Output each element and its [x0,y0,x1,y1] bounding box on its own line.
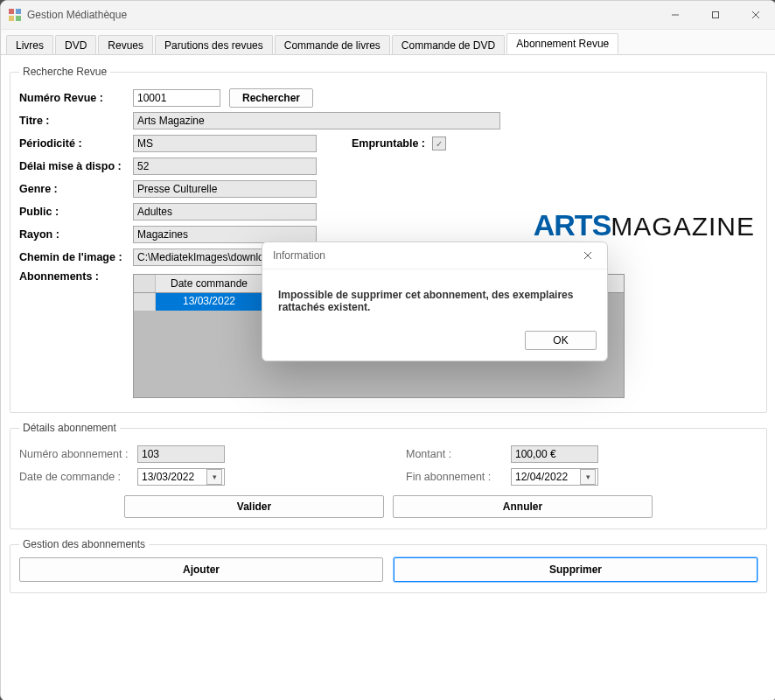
field-genre: Presse Culturelle [133,180,317,198]
svg-rect-0 [9,9,14,14]
label-public: Public : [19,206,133,218]
label-periodicite: Périodicité : [19,137,133,150]
label-empruntable: Empruntable : [352,137,425,150]
app-window: Gestion Médiathèque Livres DVD Revues Pa… [0,0,775,700]
field-delai: 52 [133,158,317,175]
label-numero-revue: Numéro Revue : [19,92,133,104]
titlebar: Gestion Médiathèque [1,1,775,30]
label-delai: Délai mise à dispo : [19,160,133,172]
calendar-icon[interactable]: ▾ [580,469,596,485]
app-icon [8,8,22,22]
dialog-ok-button[interactable]: OK [525,331,597,350]
datepicker-date-commande[interactable]: 13/03/2022 ▾ [137,468,225,486]
grid-col-date[interactable]: Date commande [156,275,263,292]
rechercher-button[interactable]: Rechercher [229,88,313,108]
input-numero-revue[interactable] [133,89,220,107]
minimize-button[interactable] [655,1,695,29]
checkbox-empruntable[interactable]: ✓ [432,136,446,150]
label-montant: Montant : [406,448,511,460]
group-recherche-legend: Recherche Revue [19,66,110,78]
supprimer-button[interactable]: Supprimer [394,557,758,582]
maximize-button[interactable] [695,1,736,29]
grid-cell-date: 13/03/2022 [156,293,263,311]
label-date-commande: Date de commande : [19,471,137,483]
tab-parutions[interactable]: Parutions des revues [155,35,273,55]
label-fin-abonnement: Fin abonnement : [406,471,511,483]
tab-commande-livres[interactable]: Commande de livres [275,35,390,55]
svg-rect-5 [713,12,719,18]
revue-cover-image: ARTSMAGAZINE [501,208,755,242]
field-periodicite: MS [133,135,317,152]
dialog-message: Impossible de supprimer cet abonnement, … [262,270,607,326]
label-genre: Genre : [19,183,133,195]
svg-rect-1 [16,9,21,14]
label-abonnements: Abonnements : [19,270,133,283]
close-button[interactable] [736,1,775,29]
brand-magazine: MAGAZINE [611,212,755,241]
dialog-title: Information [273,249,325,262]
window-title: Gestion Médiathèque [27,9,655,21]
group-gestion-legend: Gestion des abonnements [19,538,149,550]
svg-rect-3 [16,16,21,21]
datepicker-fin-abonnement[interactable]: 12/04/2022 ▾ [511,468,598,486]
label-rayon: Rayon : [19,228,133,241]
group-details-abonnement: Détails abonnement Numéro abonnement : 1… [10,422,767,529]
tab-commande-dvd[interactable]: Commande de DVD [392,35,505,55]
group-gestion-abonnements: Gestion des abonnements Ajouter Supprime… [10,538,767,593]
datepicker-date-commande-value: 13/03/2022 [142,471,194,483]
dialog-information: Information Impossible de supprimer cet … [262,242,608,361]
dialog-close-button[interactable] [576,245,600,266]
tab-dvd[interactable]: DVD [55,35,96,55]
tab-abonnement-revue[interactable]: Abonnement Revue [506,33,618,54]
datepicker-fin-abonnement-value: 12/04/2022 [515,471,568,483]
field-rayon: Magazines [133,226,317,243]
field-public: Adultes [133,203,317,220]
valider-button[interactable]: Valider [124,495,384,518]
group-details-legend: Détails abonnement [19,422,120,434]
tabpage-abonnement-revue: Recherche Revue Numéro Revue : Recherche… [1,54,775,700]
tabstrip: Livres DVD Revues Parutions des revues C… [1,30,775,54]
tab-revues[interactable]: Revues [98,35,153,55]
field-montant: 100,00 € [511,445,598,463]
label-image: Chemin de l'image : [19,251,133,263]
annuler-button[interactable]: Annuler [393,495,653,518]
calendar-icon[interactable]: ▾ [206,469,222,485]
label-numero-abonnement: Numéro abonnement : [19,448,137,460]
brand-arts: ARTS [534,208,611,242]
svg-rect-2 [9,16,14,21]
dialog-titlebar: Information [262,242,607,270]
field-titre: Arts Magazine [133,112,500,130]
field-numero-abonnement: 103 [137,445,225,463]
label-titre: Titre : [19,115,133,127]
tab-livres[interactable]: Livres [6,35,53,55]
ajouter-button[interactable]: Ajouter [19,557,383,582]
